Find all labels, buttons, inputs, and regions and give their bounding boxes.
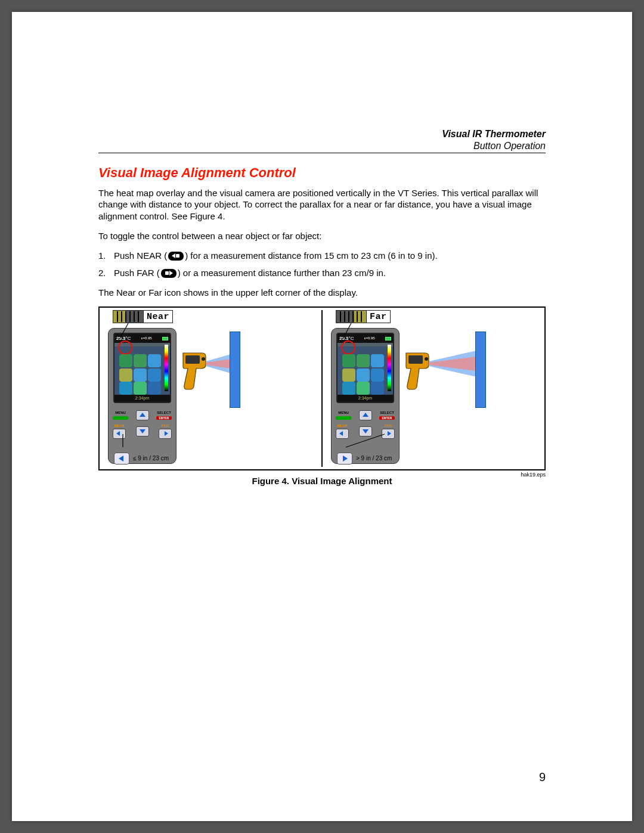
down-button[interactable] — [136, 426, 149, 436]
step-1: 1. Push NEAR () for a measurement distan… — [98, 250, 546, 261]
step-list: 1. Push NEAR () for a measurement distan… — [98, 250, 546, 278]
svg-marker-6 — [116, 431, 120, 436]
svg-marker-12 — [206, 359, 231, 368]
header-rule — [98, 153, 546, 153]
highlight-circle-icon — [341, 340, 355, 355]
device-keypad: MENU SELECTENTER NEAR FAR — [336, 407, 395, 440]
near-mode-badge: Near — [113, 310, 173, 323]
step-text: Push FAR () or a measurement distance fu… — [114, 267, 546, 278]
screen-bottombar: 2:34pm — [338, 395, 393, 402]
svg-marker-14 — [119, 456, 123, 462]
far-key-label: FAR — [162, 424, 169, 429]
far-mode-badge: Far — [336, 310, 391, 323]
device-screen: 29.3°C ε=0.95 — [338, 334, 393, 402]
near-key-button[interactable] — [336, 429, 349, 439]
far-key-label: FAR — [385, 424, 392, 429]
color-scale-icon — [165, 345, 168, 391]
svg-rect-1 — [176, 254, 179, 258]
thermometer-device: 29.3°C ε=0.95 — [108, 328, 177, 464]
color-scale-icon — [388, 345, 391, 391]
result-paragraph: The Near or Far icon shows in the upper … — [98, 287, 546, 298]
focus-track-icon — [113, 311, 143, 323]
far-distance-label: > 9 in / 23 cm — [356, 455, 392, 463]
page-content: Visual Image Alignment Control The heat … — [98, 165, 546, 487]
manual-page: Visual IR Thermometer Button Operation V… — [12, 12, 632, 821]
page-number: 9 — [539, 770, 546, 785]
running-header: Visual IR Thermometer Button Operation — [442, 128, 546, 153]
svg-rect-20 — [408, 355, 423, 364]
device-keypad: MENU SELECTENTER NEAR FAR — [113, 407, 172, 440]
near-arrow-icon — [114, 453, 129, 465]
thermometer-device: 29.3°C ε=0.95 — [331, 328, 400, 464]
select-label: SELECTENTER — [379, 411, 395, 420]
thermal-image — [119, 354, 162, 394]
menu-label: MENU — [336, 411, 351, 420]
focus-track-icon — [336, 311, 366, 323]
near-footnote: ≤ 9 in / 23 cm — [114, 453, 169, 465]
device-screen-frame: 29.3°C ε=0.95 — [113, 333, 171, 403]
svg-marker-25 — [343, 456, 348, 462]
ir-beam-icon — [206, 353, 231, 377]
figure-4: Near 29.3°C ε=0.95 — [98, 306, 546, 470]
far-arrow-icon — [337, 453, 352, 465]
near-key-label: NEAR — [114, 424, 124, 429]
battery-icon — [162, 337, 168, 340]
up-button[interactable] — [359, 410, 372, 420]
toggle-paragraph: To toggle the control between a near obj… — [98, 230, 546, 241]
near-key-label: NEAR — [337, 424, 347, 429]
menu-sub-icon — [336, 416, 351, 420]
screen-time: 2:34pm — [358, 396, 372, 401]
svg-marker-5 — [140, 413, 145, 417]
thermometer-side-icon — [182, 351, 208, 390]
svg-marker-0 — [172, 253, 175, 258]
highlight-circle-icon — [118, 340, 132, 355]
far-button-icon — [161, 269, 177, 278]
header-title: Visual IR Thermometer — [442, 128, 546, 140]
intro-paragraph: The heat map overlay and the visual came… — [98, 187, 546, 222]
svg-marker-7 — [140, 429, 145, 433]
figure-far-panel: Far 29.3°C ε=0.95 — [323, 308, 544, 469]
svg-rect-2 — [165, 271, 169, 275]
near-key-button[interactable] — [113, 429, 126, 439]
emissivity-value: ε=0.95 — [364, 336, 375, 341]
step-text: Push NEAR () for a measurement distance … — [114, 250, 546, 261]
svg-point-10 — [202, 357, 205, 361]
down-button[interactable] — [359, 426, 372, 436]
svg-marker-22 — [429, 351, 476, 377]
step-2: 2. Push FAR () or a measurement distance… — [98, 267, 546, 278]
far-footnote: > 9 in / 23 cm — [337, 453, 392, 465]
near-button-icon — [168, 252, 184, 261]
svg-marker-11 — [206, 354, 231, 373]
eps-filename: hak19.eps — [521, 472, 546, 479]
thermal-image — [342, 354, 385, 394]
section-heading: Visual Image Alignment Control — [98, 165, 546, 181]
enter-label: ENTER — [156, 416, 172, 420]
figure-caption: Figure 4. Visual Image Alignment — [98, 475, 546, 487]
battery-icon — [385, 337, 391, 340]
header-subtitle: Button Operation — [442, 140, 546, 152]
svg-point-21 — [425, 357, 428, 361]
enter-label: ENTER — [379, 416, 395, 420]
far-key-button[interactable] — [159, 429, 172, 439]
screen-bottombar: 2:34pm — [114, 395, 170, 402]
target-wall — [475, 332, 486, 408]
select-label: SELECTENTER — [156, 411, 172, 420]
step-number: 2. — [98, 267, 114, 278]
near-distance-label: ≤ 9 in / 23 cm — [133, 455, 169, 463]
menu-label: MENU — [113, 411, 128, 420]
far-badge-label: Far — [366, 311, 390, 323]
svg-marker-19 — [388, 431, 391, 436]
device-screen: 29.3°C ε=0.95 — [114, 334, 170, 402]
step-number: 1. — [98, 250, 114, 261]
svg-rect-9 — [185, 355, 200, 364]
figure-near-panel: Near 29.3°C ε=0.95 — [100, 308, 321, 469]
thermometer-side-icon — [405, 351, 431, 390]
up-button[interactable] — [136, 410, 149, 420]
far-key-button[interactable] — [382, 429, 395, 439]
menu-sub-icon — [113, 416, 128, 420]
target-wall — [230, 332, 240, 408]
near-badge-label: Near — [143, 311, 172, 323]
svg-marker-23 — [429, 357, 476, 371]
screen-time: 2:34pm — [135, 396, 149, 401]
ir-beam-icon — [429, 351, 476, 379]
